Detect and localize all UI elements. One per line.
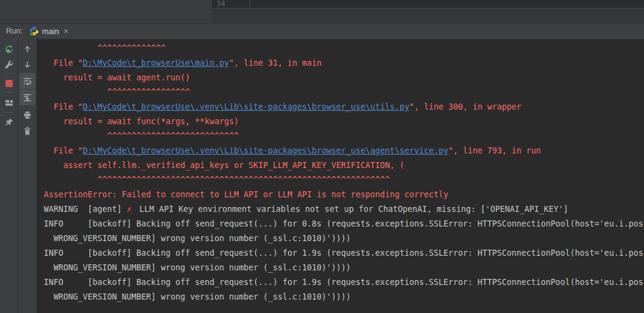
console-text: WRONG_VERSION_NUMBER] wrong version numb… <box>44 234 351 243</box>
console-output: ^^^^^^^^^^^^^^ File "D:\MyCode\t_browser… <box>44 41 643 304</box>
console-text: ^^^^^^^^^^^^^^^^^^^^^^^^^^^ <box>44 132 239 141</box>
console-line: INFO [backoff] Backing off send_request(… <box>44 217 643 231</box>
toolbar-separator <box>4 112 15 113</box>
cross-mark-icon: ✗ <box>127 205 135 214</box>
console-line: WRONG_VERSION_NUMBER] wrong version numb… <box>44 261 643 275</box>
print-button[interactable] <box>21 108 34 122</box>
console-text: ", line 31, in main <box>229 58 321 68</box>
console-text: ", line 300, in wrapper <box>409 102 521 111</box>
pin-icon <box>4 118 14 127</box>
console-output-panel[interactable]: ^^^^^^^^^^^^^^ File "D:\MyCode\t_browser… <box>37 39 644 313</box>
arrow-down-icon <box>23 60 32 69</box>
stop-button[interactable] <box>2 77 16 90</box>
console-text: INFO [backoff] Backing off send_request(… <box>44 219 643 228</box>
run-label: Run: <box>6 26 23 35</box>
toolbar-separator <box>4 73 15 74</box>
console-line: assert self.llm._verified_api_keys or SK… <box>44 158 643 173</box>
console-text: WARNING [agent] <box>44 205 127 214</box>
editor-area[interactable]: 34 <box>212 0 644 23</box>
console-text: INFO [backoff] Backing off send_request(… <box>44 248 643 258</box>
ide-run-panel: 34 Run: main × <box>0 0 644 313</box>
console-line: ^^^^^^^^^^^^^^^^^^^^^^^^^^^^^^^^^^^^^^^^… <box>44 173 643 188</box>
console-text: File " <box>44 58 83 68</box>
console-text: result = await agent.run() <box>44 73 190 82</box>
console-text: ^^^^^^^^^^^^^^ <box>44 44 166 53</box>
settings-wrench-icon <box>4 60 14 69</box>
soft-wrap-button[interactable] <box>19 73 35 89</box>
file-link[interactable]: D:\MyCode\t_browserUse\.venv\Lib\site-pa… <box>83 102 409 111</box>
console-text: assert self.llm._verified_api_keys or SK… <box>44 161 404 170</box>
console-line: WRONG_VERSION_NUMBER] wrong version numb… <box>44 231 643 246</box>
console-text: File " <box>44 102 83 111</box>
soft-wrap-icon <box>23 76 32 86</box>
prev-occurrence-button[interactable] <box>21 43 34 56</box>
console-text: File " <box>44 146 83 155</box>
console-line: File "D:\MyCode\t_browserUse\.venv\Lib\s… <box>44 100 643 114</box>
console-line: File "D:\MyCode\t_browserUse\main.py", l… <box>44 56 643 71</box>
console-text: ^^^^^^^^^^^^^^^^^^^^^^^^^^^^^^^^^^^^^^^^… <box>44 175 390 185</box>
print-icon <box>23 110 32 120</box>
console-text: INFO [backoff] Backing off send_request(… <box>44 278 643 287</box>
console-text: result = await func(*args, **kwargs) <box>44 117 239 126</box>
rerun-icon <box>4 44 14 54</box>
file-link[interactable]: D:\MyCode\t_browserUse\main.py <box>83 58 229 68</box>
console-line: result = await func(*args, **kwargs) <box>44 114 643 129</box>
console-text: AssertionError: Failed to connect to LLM… <box>44 190 448 199</box>
console-line: INFO [backoff] Backing off send_request(… <box>44 275 643 290</box>
rerun-button[interactable] <box>2 43 16 56</box>
restore-layout-button[interactable] <box>2 96 16 109</box>
console-text: WRONG_VERSION_NUMBER] wrong version numb… <box>44 292 351 301</box>
console-line: AssertionError: Failed to connect to LLM… <box>44 188 643 202</box>
clear-all-button[interactable] <box>21 124 34 138</box>
pin-tab-button[interactable] <box>2 116 16 129</box>
console-text: ^^^^^^^^^^^^^^^^^ <box>44 88 190 97</box>
console-line: result = await agent.run() <box>44 71 643 85</box>
console-text: WRONG_VERSION_NUMBER] wrong version numb… <box>44 263 351 272</box>
console-toolbar <box>18 39 37 313</box>
run-tab-title: main <box>42 27 59 36</box>
scroll-to-end-icon <box>23 93 32 102</box>
console-line: INFO [backoff] Backing off send_request(… <box>44 246 643 261</box>
run-toolwindow-header: Run: main × <box>0 23 644 39</box>
arrow-up-icon <box>23 44 32 54</box>
close-icon[interactable]: × <box>63 27 69 35</box>
trash-icon <box>23 126 32 136</box>
file-link[interactable]: D:\MyCode\t_browserUse\.venv\Lib\site-pa… <box>83 146 448 155</box>
console-line: ^^^^^^^^^^^^^^^^^ <box>44 85 643 100</box>
stop-icon <box>5 80 13 87</box>
console-line: WARNING [agent] ✗ LLM API Key environmen… <box>44 202 643 217</box>
restore-layout-icon <box>4 97 14 107</box>
editor-last-line-strip: 34 <box>212 0 644 9</box>
editor-left-panel <box>0 0 212 23</box>
console-line: WRONG_VERSION_NUMBER] wrong version numb… <box>44 290 643 304</box>
console-text: ", line 793, in run <box>448 146 541 155</box>
gutter-divider <box>250 0 250 8</box>
next-occurrence-button[interactable] <box>21 58 34 71</box>
scroll-to-end-button[interactable] <box>19 90 35 105</box>
console-line: File "D:\MyCode\t_browserUse\.venv\Lib\s… <box>44 144 643 158</box>
running-dot-icon <box>30 33 33 36</box>
console-line: ^^^^^^^^^^^^^^ <box>44 41 643 56</box>
toolbar-separator <box>4 92 15 93</box>
console-text: LLM API Key environment variables not se… <box>135 205 568 214</box>
console-line: ^^^^^^^^^^^^^^^^^^^^^^^^^^^ <box>44 129 643 144</box>
run-toolbar-left <box>0 39 18 313</box>
python-icon <box>29 26 39 36</box>
edit-configuration-button[interactable] <box>2 58 16 71</box>
editor-line-number: 34 <box>216 0 225 8</box>
run-tab-main[interactable]: main × <box>24 24 78 38</box>
